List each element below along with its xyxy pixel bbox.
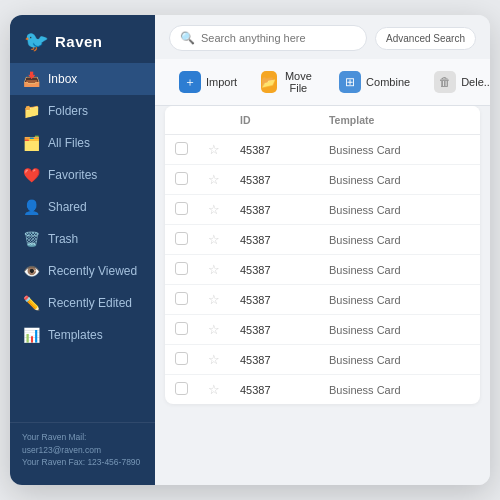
row-star[interactable]: ☆	[208, 382, 220, 397]
logo-text: Raven	[55, 33, 103, 50]
mail-value: user123@raven.com	[22, 445, 101, 455]
row-star-cell: ☆	[198, 195, 230, 225]
favorites-icon: ❤️	[22, 167, 40, 183]
row-star[interactable]: ☆	[208, 172, 220, 187]
sidebar-item-trash[interactable]: 🗑️ Trash	[10, 223, 155, 255]
table-row: ☆ 45387 Business Card	[165, 135, 480, 165]
row-star[interactable]: ☆	[208, 202, 220, 217]
row-star[interactable]: ☆	[208, 292, 220, 307]
row-checkbox-cell	[165, 255, 198, 285]
sidebar: 🐦 Raven 📥 Inbox 📁 Folders 🗂️ All Files ❤…	[10, 15, 155, 485]
row-id: 45387	[230, 135, 319, 165]
row-checkbox[interactable]	[175, 382, 188, 395]
sidebar-label-templates: Templates	[48, 328, 103, 342]
row-checkbox[interactable]	[175, 202, 188, 215]
table-row: ☆ 45387 Business Card	[165, 255, 480, 285]
table-row: ☆ 45387 Business Card	[165, 285, 480, 315]
row-checkbox[interactable]	[175, 352, 188, 365]
row-id: 45387	[230, 375, 319, 405]
all-files-icon: 🗂️	[22, 135, 40, 151]
row-star-cell: ☆	[198, 135, 230, 165]
sidebar-item-templates[interactable]: 📊 Templates	[10, 319, 155, 351]
row-star-cell: ☆	[198, 255, 230, 285]
row-star[interactable]: ☆	[208, 142, 220, 157]
sidebar-item-recently-edited[interactable]: ✏️ Recently Edited	[10, 287, 155, 319]
row-id: 45387	[230, 315, 319, 345]
row-checkbox[interactable]	[175, 232, 188, 245]
row-star-cell: ☆	[198, 375, 230, 405]
shared-icon: 👤	[22, 199, 40, 215]
col-header-star	[198, 106, 230, 135]
sidebar-item-inbox[interactable]: 📥 Inbox	[10, 63, 155, 95]
import-button[interactable]: ＋ Import	[169, 66, 247, 98]
row-star[interactable]: ☆	[208, 262, 220, 277]
combine-icon: ⊞	[339, 71, 361, 93]
row-star-cell: ☆	[198, 345, 230, 375]
combine-button[interactable]: ⊞ Combine	[329, 66, 420, 98]
row-id: 45387	[230, 345, 319, 375]
sidebar-label-all-files: All Files	[48, 136, 90, 150]
advanced-search-button[interactable]: Advanced Search	[375, 27, 476, 50]
fax-label: Your Raven Fax:	[22, 457, 85, 467]
sidebar-footer: Your Raven Mail: user123@raven.com Your …	[10, 422, 155, 477]
row-checkbox[interactable]	[175, 292, 188, 305]
row-star[interactable]: ☆	[208, 232, 220, 247]
fax-value: 123-456-7890	[87, 457, 140, 467]
row-checkbox[interactable]	[175, 142, 188, 155]
move-file-button[interactable]: 📂 Move File	[251, 65, 325, 99]
app-container: 🐦 Raven 📥 Inbox 📁 Folders 🗂️ All Files ❤…	[10, 15, 490, 485]
sidebar-label-trash: Trash	[48, 232, 78, 246]
delete-label: Dele...	[461, 76, 490, 88]
trash-icon: 🗑️	[22, 231, 40, 247]
sidebar-label-recently-viewed: Recently Viewed	[48, 264, 137, 278]
delete-icon: 🗑	[434, 71, 456, 93]
row-template: Business Card	[319, 195, 480, 225]
toolbar: ＋ Import 📂 Move File ⊞ Combine 🗑 Dele...	[155, 59, 490, 106]
sidebar-label-recently-edited: Recently Edited	[48, 296, 132, 310]
table-row: ☆ 45387 Business Card	[165, 165, 480, 195]
search-icon: 🔍	[180, 31, 195, 45]
table-row: ☆ 45387 Business Card	[165, 345, 480, 375]
row-checkbox[interactable]	[175, 172, 188, 185]
row-checkbox-cell	[165, 375, 198, 405]
search-box: 🔍	[169, 25, 367, 51]
row-star[interactable]: ☆	[208, 352, 220, 367]
import-label: Import	[206, 76, 237, 88]
table-wrapper: ID Template ☆ 45387 Business Card ☆ 4	[155, 106, 490, 485]
row-star[interactable]: ☆	[208, 322, 220, 337]
sidebar-logo: 🐦 Raven	[10, 15, 155, 63]
row-checkbox-cell	[165, 195, 198, 225]
sidebar-nav: 📥 Inbox 📁 Folders 🗂️ All Files ❤️ Favori…	[10, 63, 155, 418]
sidebar-item-all-files[interactable]: 🗂️ All Files	[10, 127, 155, 159]
logo-icon: 🐦	[24, 29, 49, 53]
row-template: Business Card	[319, 135, 480, 165]
row-checkbox-cell	[165, 165, 198, 195]
row-checkbox-cell	[165, 285, 198, 315]
move-file-icon: 📂	[261, 71, 276, 93]
search-input[interactable]	[201, 32, 356, 44]
sidebar-label-folders: Folders	[48, 104, 88, 118]
main-content: 🔍 Advanced Search ＋ Import 📂 Move File ⊞…	[155, 15, 490, 485]
row-template: Business Card	[319, 255, 480, 285]
mail-label: Your Raven Mail:	[22, 432, 86, 442]
row-template: Business Card	[319, 225, 480, 255]
row-checkbox[interactable]	[175, 262, 188, 275]
sidebar-item-favorites[interactable]: ❤️ Favorites	[10, 159, 155, 191]
row-checkbox-cell	[165, 225, 198, 255]
delete-button[interactable]: 🗑 Dele...	[424, 66, 490, 98]
row-star-cell: ☆	[198, 285, 230, 315]
sidebar-item-shared[interactable]: 👤 Shared	[10, 191, 155, 223]
import-icon: ＋	[179, 71, 201, 93]
table-row: ☆ 45387 Business Card	[165, 195, 480, 225]
row-checkbox[interactable]	[175, 322, 188, 335]
move-file-label: Move File	[282, 70, 315, 94]
sidebar-label-shared: Shared	[48, 200, 87, 214]
col-header-id: ID	[230, 106, 319, 135]
sidebar-item-folders[interactable]: 📁 Folders	[10, 95, 155, 127]
table-row: ☆ 45387 Business Card	[165, 315, 480, 345]
row-star-cell: ☆	[198, 315, 230, 345]
combine-label: Combine	[366, 76, 410, 88]
row-id: 45387	[230, 225, 319, 255]
row-checkbox-cell	[165, 345, 198, 375]
sidebar-item-recently-viewed[interactable]: 👁️ Recently Viewed	[10, 255, 155, 287]
